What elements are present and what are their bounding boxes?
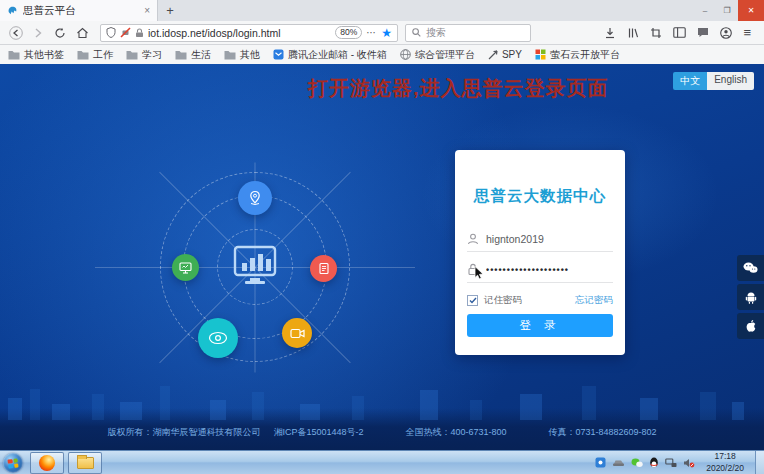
bookmark-folder-misc[interactable]: 其他 [224, 48, 260, 62]
new-tab-button[interactable]: + [158, 0, 182, 21]
folder-icon [8, 50, 20, 60]
wechat-button[interactable] [737, 255, 764, 281]
taskbar-clock[interactable]: 17:18 2020/2/20 [701, 451, 749, 473]
tray-app-icon[interactable] [595, 457, 606, 468]
remember-label[interactable]: 记住密码 [484, 294, 522, 307]
bookmark-folder-work[interactable]: 工作 [77, 48, 113, 62]
search-icon [412, 28, 421, 37]
tab-close-icon[interactable]: × [144, 5, 150, 16]
remember-checkbox[interactable] [467, 295, 478, 306]
sidebar-icon[interactable] [673, 27, 686, 38]
document-icon [318, 262, 330, 275]
forgot-password-link[interactable]: 忘记密码 [575, 294, 613, 307]
login-title: 思普云大数据中心 [455, 186, 625, 207]
windows-logo-icon [7, 458, 18, 468]
screenshot-icon[interactable] [650, 27, 662, 39]
password-field[interactable]: •••••••••••••••••••• [467, 257, 613, 283]
eye-icon [208, 331, 228, 345]
side-float-bar [737, 255, 764, 339]
url-text[interactable]: iot.idosp.net/idosp/login.html [148, 27, 331, 39]
tray-device-icon[interactable] [612, 458, 625, 467]
tab-sipu-cloud[interactable]: 思普云平台 × [0, 0, 158, 21]
bookmark-spy[interactable]: SPY [488, 49, 522, 60]
tray-volume-muted-icon[interactable] [683, 458, 695, 468]
lang-chinese-button[interactable]: 中文 [673, 72, 707, 90]
search-input[interactable]: 搜索 [405, 24, 531, 42]
home-button[interactable] [71, 23, 93, 43]
minimize-button[interactable]: – [694, 0, 716, 21]
bookmarks-bar: 其他书签 工作 学习 生活 其他 腾讯企业邮箱 - 收件箱 综合管理平台 SP [0, 45, 764, 64]
bookmark-folder-life[interactable]: 生活 [175, 48, 211, 62]
system-tray: 17:18 2020/2/20 [595, 451, 764, 474]
lang-english-button[interactable]: English [707, 72, 754, 90]
username-value[interactable]: hignton2019 [486, 233, 544, 245]
firefox-icon [39, 455, 55, 471]
login-card: 思普云大数据中心 hignton2019 •••••••••••••••••••… [455, 150, 625, 355]
desktop-screen: 思普云平台 × + – ❐ ✕ iot.idosp.net/idosp/logi… [0, 0, 764, 474]
zoom-level-badge[interactable]: 80% [335, 26, 362, 39]
footer-copyright: 版权所有：湖南华辰智通科技有限公司 [107, 426, 260, 439]
check-icon [469, 297, 477, 304]
tray-network-icon[interactable] [665, 458, 677, 468]
android-button[interactable] [737, 284, 764, 310]
android-icon [745, 291, 757, 304]
video-camera-icon [290, 328, 305, 339]
toolbar-icons: ≡ [604, 26, 759, 39]
maximize-button[interactable]: ❐ [716, 0, 738, 21]
tray-qq-icon[interactable] [649, 457, 659, 469]
forward-button[interactable] [27, 23, 49, 43]
city-skyline [0, 376, 764, 420]
folder-icon [224, 50, 236, 60]
bookmark-folder-other-bookmarks[interactable]: 其他书签 [8, 48, 64, 62]
mouse-cursor-icon [474, 266, 485, 280]
location-icon [247, 190, 263, 206]
back-button[interactable] [5, 23, 27, 43]
camera-bubble [282, 318, 312, 348]
tracking-shield-icon [106, 27, 116, 38]
dashboard-monitor-icon [233, 245, 277, 285]
tab-title: 思普云平台 [23, 4, 139, 18]
footer-icp[interactable]: 湘ICP备15001448号-2 [273, 426, 363, 439]
browser-nav-bar: iot.idosp.net/idosp/login.html 80% ⋯ ★ 搜… [0, 21, 764, 45]
home-icon [76, 27, 89, 39]
reload-button[interactable] [49, 23, 71, 43]
browser-tab-bar: 思普云平台 × + – ❐ ✕ [0, 0, 764, 21]
bookmark-star-icon[interactable]: ★ [381, 27, 392, 39]
folder-icon [126, 50, 138, 60]
login-page: 打开游览器,进入思普云登录页面 中文 English [0, 64, 764, 450]
password-value[interactable]: •••••••••••••••••••• [486, 265, 569, 275]
taskbar-firefox-button[interactable] [30, 452, 64, 474]
windows-taskbar: 17:18 2020/2/20 [0, 450, 764, 474]
account-icon[interactable] [720, 27, 732, 39]
map-bubble [238, 181, 272, 215]
bookmark-folder-study[interactable]: 学习 [126, 48, 162, 62]
start-button[interactable] [3, 453, 23, 473]
bookmark-ezviz-open-platform[interactable]: 萤石云开放平台 [535, 48, 620, 62]
eye-bubble [198, 318, 238, 358]
tray-wechat-icon[interactable] [631, 458, 643, 468]
footer-hotline: 全国热线：400-6731-800 [405, 426, 506, 439]
search-placeholder: 搜索 [426, 26, 446, 40]
monitor-bubble [172, 254, 199, 281]
annotation-text: 打开游览器,进入思普云登录页面 [308, 75, 609, 102]
wechat-icon [743, 262, 758, 274]
library-icon[interactable] [627, 27, 639, 39]
taskbar-explorer-button[interactable] [68, 452, 102, 474]
folder-icon [77, 50, 89, 60]
menu-icon[interactable]: ≡ [743, 26, 751, 39]
login-options: 记住密码 忘记密码 [467, 292, 613, 308]
bookmark-tencent-mail[interactable]: 腾讯企业邮箱 - 收件箱 [273, 48, 387, 62]
apple-button[interactable] [737, 313, 764, 339]
page-actions-icon[interactable]: ⋯ [366, 27, 377, 38]
forward-icon [32, 27, 44, 39]
username-field[interactable]: hignton2019 [467, 226, 613, 252]
close-button[interactable]: ✕ [738, 0, 764, 21]
url-bar[interactable]: iot.idosp.net/idosp/login.html 80% ⋯ ★ [100, 24, 398, 42]
apple-icon [745, 319, 757, 333]
download-icon[interactable] [604, 27, 616, 39]
bookmark-management-platform[interactable]: 综合管理平台 [400, 48, 475, 62]
messages-icon[interactable] [697, 27, 709, 38]
login-button[interactable]: 登 录 [467, 314, 613, 337]
folder-icon [175, 50, 187, 60]
show-desktop-button[interactable] [755, 451, 764, 474]
